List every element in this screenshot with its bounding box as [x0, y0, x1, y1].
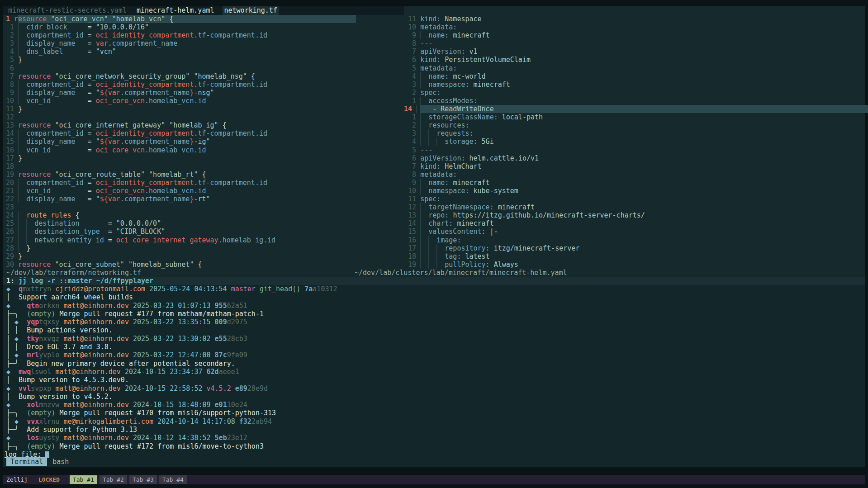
code-line[interactable]: 8 --- [404, 39, 868, 47]
code-line[interactable]: 18 ▏ ▏ ▏ tag: latest [404, 252, 868, 261]
code-line[interactable]: 11 kind: Namespace [404, 15, 868, 23]
line-number: 5 [404, 146, 420, 154]
code-line[interactable]: 10 ▏ namespace: kube-system [404, 187, 868, 195]
log-line: ◆ qmxttryn cjriddz@protonmail.com 2025-0… [6, 285, 865, 293]
line-number: 19 [404, 261, 420, 269]
code-line[interactable]: 28 ▏ } [6, 244, 356, 252]
code-line[interactable]: 4 ▏ dns_label = "vcn" [6, 47, 356, 56]
code-line[interactable]: 7 kind: HelmChart [404, 162, 868, 171]
code-line[interactable]: 15 ▏ valuesContent: |- [404, 227, 868, 236]
log-line: ◆ xolmnzvw matt@einhorn.dev 2024-10-15 1… [6, 401, 865, 409]
code-line[interactable]: 12 ▏ targetNamespace: minecraft [404, 203, 868, 211]
code-line[interactable]: 5 --- [404, 146, 868, 154]
log-line: ◆ vvlsvpxp matt@einhorn.dev 2024-10-15 2… [6, 384, 865, 393]
right-editor[interactable]: 11 kind: Namespace 10 metadata: 9 ▏ name… [404, 15, 868, 269]
code-line[interactable]: 26 ▏ ▏ destination_type = "CIDR_BLOCK" [6, 227, 356, 236]
code-line[interactable]: 19 resource "oci_core_route_table" "home… [6, 171, 356, 179]
bufferline: minecraft-restic-secrets.yamlminecraft-h… [3, 6, 404, 15]
code-line[interactable]: 22 ▏ display_name = "${var.compartment_n… [6, 195, 356, 203]
code-line[interactable]: 18 [6, 162, 356, 171]
buffer-tab[interactable]: minecraft-helm.yaml [135, 6, 216, 15]
terminal-tab[interactable]: bash [52, 458, 69, 466]
line-number: 2 [404, 121, 420, 129]
code-line[interactable]: 11 spec: [404, 195, 868, 203]
zellij-tab[interactable]: Tab #4 [159, 475, 187, 484]
buffer-tab[interactable]: minecraft-restic-secrets.yaml [6, 6, 128, 15]
code-line[interactable]: 21 ▏ vcn_id = oci_core_vcn.homelab_vcn.i… [6, 187, 356, 195]
code-line[interactable]: 5 } [6, 56, 356, 64]
code-line[interactable]: 2 ▏ compartment_id = oci_identity_compar… [6, 31, 356, 39]
buffer-tab[interactable]: networking.tf [223, 6, 279, 15]
code-line[interactable]: 7 resource "oci_core_network_security_gr… [6, 72, 356, 81]
code-line[interactable]: 12 [6, 113, 356, 121]
left-editor[interactable]: 1 resource "oci_core_vcn" "homelab_vcn" … [6, 15, 356, 269]
code-line[interactable]: 6 [6, 64, 356, 72]
code-line[interactable]: 4 ▏ ▏ ▏ storage: 5Gi [404, 137, 868, 146]
code-line[interactable]: 13 ▏ repo: https://itzg.github.io/minecr… [404, 211, 868, 219]
code-line[interactable]: 8 ▏ compartment_id = oci_identity_compar… [6, 81, 356, 89]
code-line[interactable]: 10 ▏ vcn_id = oci_core_vcn.homelab_vcn.i… [6, 97, 356, 105]
code-line[interactable]: 29 } [6, 252, 356, 261]
terminal-pane[interactable]: 1:jj log -r ::master~/d/ffpyplayer ◆ qmx… [3, 277, 865, 467]
code-line[interactable]: 6 kind: PersistentVolumeClaim [404, 56, 868, 64]
code-line[interactable]: 11 } [6, 105, 356, 113]
code-line[interactable]: 3 ▏ namespace: minecraft [404, 81, 868, 89]
code-line[interactable]: 15 ▏ display_name = "${var.compartment_n… [6, 137, 356, 146]
code-line[interactable]: 10 metadata: [404, 23, 868, 31]
code-line[interactable]: 2 spec: [404, 89, 868, 97]
code-line[interactable]: 19 ▏ ▏ ▏ pullPolicy: Always [404, 261, 868, 269]
log-line: │ Bump version to v4.5.2. [6, 393, 865, 401]
line-number: 14 [6, 129, 18, 137]
code-line[interactable]: 5 metadata: [404, 64, 868, 72]
code-line[interactable]: 1 resource "oci_core_vcn" "homelab_vcn" … [6, 15, 356, 23]
zellij-tab[interactable]: Tab #3 [129, 475, 157, 484]
code-line[interactable]: 6 apiVersion: helm.cattle.io/v1 [404, 154, 868, 162]
code-line[interactable]: 23 [6, 203, 356, 211]
code-line[interactable]: 1 ▏ cidr_block = "10.0.0.0/16" [6, 23, 356, 31]
terminal-tab[interactable]: Terminal [6, 457, 47, 466]
code-line[interactable]: 14 ▏ ▏ - ReadWriteOnce [404, 105, 868, 113]
line-number: 30 [6, 261, 18, 269]
left-editor-path: ~/dev/lab/terraform/networking.tf [6, 269, 141, 277]
log-line: │ ◆ tkynxvqz matt@einhorn.dev 2025-03-22… [6, 335, 865, 343]
line-number: 15 [6, 137, 18, 146]
line-number: 28 [6, 244, 18, 252]
line-number: 18 [6, 162, 18, 171]
code-line[interactable]: 24 ▏ route_rules { [6, 211, 356, 219]
line-number: 27 [6, 236, 18, 244]
code-line[interactable]: 2 ▏ resources: [404, 121, 868, 129]
code-line[interactable]: 17 ▏ ▏ ▏ repository: itzg/minecraft-serv… [404, 244, 868, 252]
code-line[interactable]: 3 ▏ ▏ requests: [404, 129, 868, 137]
line-number: 6 [404, 154, 420, 162]
code-line[interactable]: 30 resource "oci_core_subnet" "homelab_s… [6, 261, 356, 269]
code-line[interactable]: 9 ▏ display_name = "${var.compartment_na… [6, 89, 356, 97]
code-line[interactable]: 14 ▏ chart: minecraft [404, 219, 868, 227]
code-line[interactable]: 1 ▏ accessModes: [404, 97, 868, 105]
line-number: 18 [404, 252, 420, 261]
code-line[interactable]: 4 ▏ name: mc-world [404, 72, 868, 81]
log-line: │ ◆ mrlyvplo matt@einhorn.dev 2025-03-22… [6, 351, 865, 359]
line-number: 1 [404, 97, 420, 105]
code-line[interactable]: 16 ▏ vcn_id = oci_core_vcn.homelab_vcn.i… [6, 146, 356, 154]
code-line[interactable]: 8 metadata: [404, 171, 868, 179]
code-line[interactable]: 9 ▏ name: minecraft [404, 31, 868, 39]
code-line[interactable]: 17 } [6, 154, 356, 162]
line-number: 5 [6, 56, 18, 64]
line-number: 3 [404, 81, 420, 89]
code-line[interactable]: 20 ▏ compartment_id = oci_identity_compa… [6, 179, 356, 187]
code-line[interactable]: 13 resource "oci_core_internet_gateway" … [6, 121, 356, 129]
code-line[interactable]: 7 apiVersion: v1 [404, 47, 868, 56]
code-line[interactable]: 25 ▏ ▏ destination = "0.0.0.0/0" [6, 219, 356, 227]
line-number: 1 [6, 15, 14, 23]
log-line: ├─╮ (empty) Merge pull request #172 from… [6, 442, 865, 450]
code-line[interactable]: 3 ▏ display_name = var.compartment_name [6, 39, 356, 47]
code-line[interactable]: 1 ▏ storageClassName: local-path [404, 113, 868, 121]
code-line[interactable]: 16 ▏ ▏ image: [404, 236, 868, 244]
zellij-tab[interactable]: Tab #2 [100, 475, 127, 484]
zellij-tab[interactable]: Tab #1 [70, 475, 97, 484]
code-line[interactable]: 27 ▏ ▏ network_entity_id = oci_core_inte… [6, 236, 356, 244]
code-line[interactable]: 14 ▏ compartment_id = oci_identity_compa… [6, 129, 356, 137]
terminal-title: 1:jj log -r ::master~/d/ffpyplayer [3, 277, 865, 285]
code-line[interactable]: 9 ▏ name: minecraft [404, 179, 868, 187]
line-number: 23 [6, 203, 18, 211]
